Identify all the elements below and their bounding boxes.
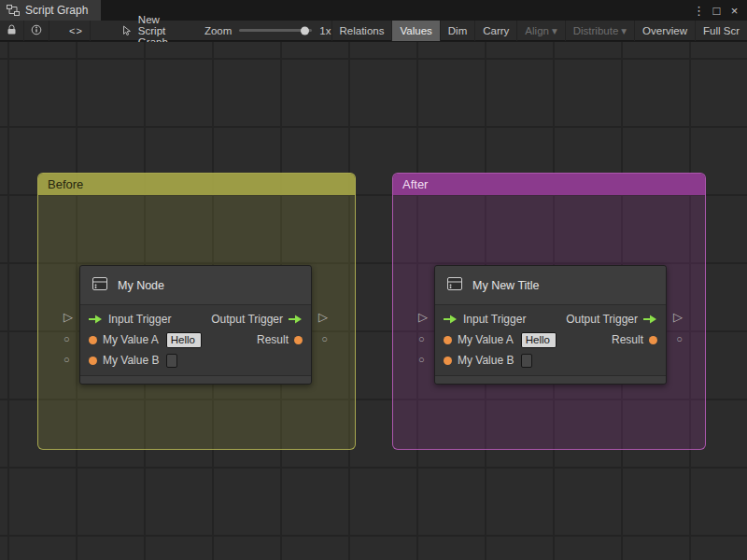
group-before-title: Before: [48, 177, 83, 191]
value-a-field[interactable]: Hello: [521, 332, 557, 348]
script-graph-icon: [7, 5, 20, 16]
lock-button[interactable]: [0, 21, 24, 41]
fullscreen-button[interactable]: Full Scr: [695, 21, 747, 41]
output-trigger-port[interactable]: ▷: [318, 313, 328, 322]
close-icon[interactable]: ×: [726, 0, 743, 21]
edit-source-button[interactable]: <>: [63, 21, 91, 41]
value-port-icon[interactable]: [444, 357, 452, 365]
node-footer: [435, 375, 666, 384]
relations-label: Relations: [340, 25, 385, 36]
group-after-title: After: [402, 177, 428, 191]
node-row-triggers: Input Trigger Output Trigger: [80, 309, 311, 329]
node-header[interactable]: My New Title: [435, 266, 666, 305]
inspector-button[interactable]: [24, 21, 49, 41]
distribute-dropdown[interactable]: Distribute ▾: [565, 21, 634, 41]
value-a-port[interactable]: ○: [63, 334, 70, 343]
title-bar: Script Graph ⋮ □ ×: [0, 0, 747, 21]
node-row-value-b: My Value B: [435, 350, 666, 371]
flow-arrow-icon[interactable]: [444, 315, 458, 324]
graph-pointer-icon: [122, 25, 133, 36]
node-title: My Node: [118, 279, 164, 292]
align-dropdown[interactable]: Align ▾: [516, 21, 564, 41]
values-label: Values: [400, 25, 431, 36]
node-row-value-a: My Value A Hello Result: [80, 329, 311, 350]
tab-script-graph[interactable]: Script Graph: [0, 0, 101, 21]
zoom-value: 1x: [319, 25, 331, 36]
value-b-port[interactable]: ○: [418, 355, 425, 364]
value-port-icon[interactable]: [294, 336, 303, 344]
output-trigger-label: Output Trigger: [211, 313, 283, 326]
chevron-down-icon: ▾: [552, 24, 557, 37]
node-row-value-a: My Value A Hello Result: [435, 329, 666, 350]
node-my-new-title[interactable]: My New Title Input Trigger Output Trigge…: [434, 265, 667, 385]
value-port-icon[interactable]: [649, 336, 657, 344]
value-b-field[interactable]: [521, 354, 532, 368]
value-b-label: My Value B: [103, 354, 159, 367]
value-port-icon[interactable]: [89, 336, 97, 344]
node-footer: [80, 375, 311, 384]
node-row-triggers: Input Trigger Output Trigger: [435, 309, 666, 329]
input-trigger-label: Input Trigger: [108, 313, 171, 326]
input-trigger-port[interactable]: ▷: [418, 313, 428, 322]
graph-canvas[interactable]: Before After My Node: [0, 42, 747, 560]
info-icon: [31, 24, 42, 37]
zoom-label: Zoom: [204, 25, 232, 36]
value-b-field[interactable]: [166, 354, 177, 368]
toolbar-buttons: Relations Values Dim Carry Align ▾ Distr…: [331, 21, 747, 41]
dim-label: Dim: [448, 25, 467, 36]
zoom-slider-knob[interactable]: [301, 26, 309, 35]
flow-arrow-icon[interactable]: [289, 315, 303, 324]
result-label: Result: [612, 333, 643, 346]
unit-icon: [445, 274, 464, 296]
value-a-field[interactable]: Hello: [166, 332, 202, 348]
chevron-down-icon: ▾: [621, 24, 627, 37]
result-port[interactable]: ○: [321, 334, 328, 343]
code-icon: <>: [69, 25, 83, 36]
node-body: Input Trigger Output Trigger My Value A …: [80, 305, 311, 375]
unit-icon: [91, 274, 109, 296]
value-a-label: My Value A: [103, 333, 159, 346]
lock-icon: [7, 24, 17, 37]
distribute-label: Distribute: [573, 25, 619, 36]
overview-button[interactable]: Overview: [634, 21, 695, 41]
script-graph-window: Script Graph ⋮ □ ×: [0, 0, 747, 560]
graph-toolbar: <> New Script Graph Zoom 1x Relations Va…: [0, 21, 747, 41]
carry-button[interactable]: Carry: [474, 21, 516, 41]
result-label: Result: [257, 333, 289, 346]
group-after-header[interactable]: After: [393, 174, 705, 195]
input-trigger-label: Input Trigger: [463, 313, 526, 326]
node-my-node[interactable]: My Node Input Trigger Output Trigger: [79, 265, 312, 385]
output-trigger-port[interactable]: ▷: [673, 313, 683, 322]
node-header[interactable]: My Node: [80, 266, 311, 305]
zoom-slider[interactable]: [239, 29, 312, 32]
values-button[interactable]: Values: [391, 21, 439, 41]
value-port-icon[interactable]: [444, 336, 452, 344]
window-controls: ⋮ □ ×: [690, 0, 747, 21]
value-a-label: My Value A: [458, 333, 514, 346]
result-port[interactable]: ○: [676, 334, 683, 343]
align-label: Align: [525, 25, 549, 36]
value-port-icon[interactable]: [89, 357, 97, 365]
fullscreen-label: Full Scr: [703, 25, 740, 36]
flow-arrow-icon[interactable]: [643, 315, 657, 324]
tab-title: Script Graph: [25, 4, 88, 17]
flow-arrow-icon[interactable]: [89, 315, 103, 324]
dim-button[interactable]: Dim: [440, 21, 474, 41]
maximize-icon[interactable]: □: [708, 0, 726, 21]
input-trigger-port[interactable]: ▷: [63, 313, 73, 322]
carry-label: Carry: [483, 25, 509, 36]
value-a-port[interactable]: ○: [418, 334, 425, 343]
output-trigger-label: Output Trigger: [566, 313, 638, 326]
group-before-header[interactable]: Before: [38, 174, 355, 195]
window-menu-icon[interactable]: ⋮: [690, 0, 708, 21]
value-b-label: My Value B: [458, 354, 514, 367]
node-body: Input Trigger Output Trigger My Value A …: [435, 305, 666, 375]
node-row-value-b: My Value B: [80, 350, 311, 371]
node-title: My New Title: [472, 279, 540, 292]
relations-button[interactable]: Relations: [331, 21, 392, 41]
zoom-control: Zoom 1x: [204, 25, 331, 36]
overview-label: Overview: [642, 25, 687, 36]
value-b-port[interactable]: ○: [63, 355, 70, 364]
